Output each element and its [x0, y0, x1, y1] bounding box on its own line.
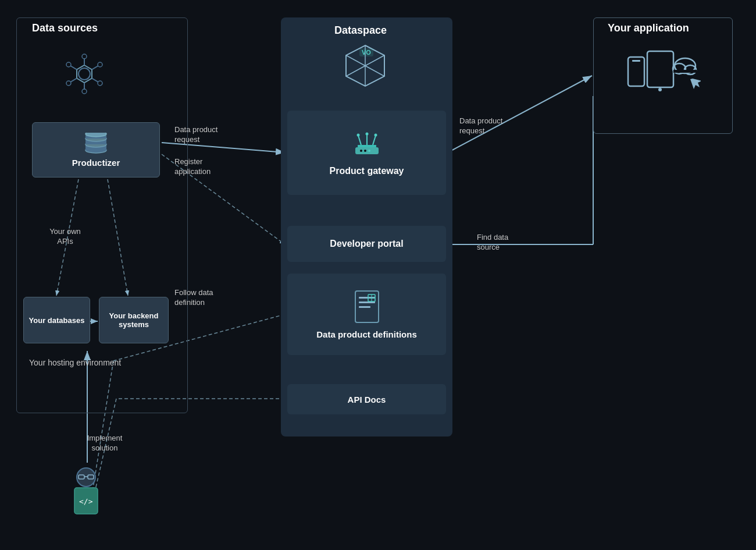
svg-point-49	[374, 133, 377, 136]
svg-rect-67	[673, 70, 697, 73]
vo-badge: VO	[359, 48, 373, 56]
svg-rect-56	[359, 306, 370, 308]
api-docs-card: API Docs	[287, 384, 446, 414]
svg-text:</>: </>	[79, 497, 93, 506]
svg-point-50	[360, 150, 362, 152]
svg-point-37	[85, 133, 106, 137]
svg-rect-42	[355, 147, 379, 154]
svg-point-69	[77, 468, 95, 487]
dataspace-cube-icon	[339, 40, 391, 92]
follow-data-definition-label: Follow data definition	[174, 288, 213, 308]
data-product-request-2-label: Data product request	[459, 116, 502, 136]
dataspace-label: Dataspace	[334, 24, 387, 37]
svg-rect-43	[358, 145, 376, 147]
svg-rect-62	[647, 51, 673, 87]
product-gateway-label: Product gateway	[329, 166, 404, 176]
data-product-definitions-label: Data product definitions	[316, 329, 417, 339]
backend-label: Your backend systems	[109, 311, 158, 329]
productizer-icon	[83, 133, 109, 158]
own-apis-label: Your own APIs	[42, 227, 88, 247]
api-docs-label: API Docs	[348, 395, 386, 404]
svg-line-25	[70, 66, 77, 70]
find-data-source-label: Find data source	[477, 233, 508, 253]
register-application-label: Register application	[174, 157, 211, 177]
data-product-definitions-card: Data product definitions	[287, 274, 446, 355]
hosting-label: Your hosting environment	[29, 358, 121, 367]
app-icons	[625, 45, 701, 104]
svg-line-13	[448, 76, 592, 152]
developer-portal-card: Developer portal	[287, 226, 446, 262]
diagram-container: Data sources	[0, 0, 756, 550]
implement-solution-label: Implement solution	[76, 434, 134, 453]
svg-point-24	[98, 62, 102, 67]
svg-point-22	[82, 89, 87, 94]
svg-line-44	[358, 136, 361, 145]
svg-line-29	[70, 79, 77, 83]
svg-rect-61	[632, 60, 640, 62]
svg-point-47	[365, 132, 368, 135]
your-application-label: Your application	[608, 22, 689, 34]
svg-point-30	[66, 81, 71, 86]
your-application-box	[593, 17, 733, 134]
svg-point-28	[98, 81, 102, 86]
svg-point-51	[364, 150, 366, 152]
databases-box: Your databases	[23, 297, 90, 343]
svg-point-20	[82, 54, 87, 59]
svg-line-48	[373, 136, 376, 145]
svg-point-45	[356, 133, 359, 136]
svg-point-63	[658, 88, 662, 91]
data-product-request-1-label: Data product request	[174, 125, 217, 145]
databases-label: Your databases	[29, 316, 85, 325]
productizer-box: Productizer	[32, 122, 160, 178]
productizer-label: Productizer	[72, 158, 120, 168]
hex-snowflake-icon	[52, 42, 116, 115]
backend-box: Your backend systems	[99, 297, 169, 343]
developer-figure: </>	[63, 464, 109, 523]
product-gateway-icon	[350, 130, 384, 161]
definitions-icon	[352, 290, 382, 329]
data-sources-label: Data sources	[32, 22, 98, 34]
svg-line-23	[92, 66, 98, 70]
svg-point-52	[368, 150, 370, 152]
product-gateway-card: Product gateway	[287, 111, 446, 195]
svg-marker-68	[690, 79, 701, 89]
svg-point-26	[66, 62, 71, 67]
svg-line-27	[92, 79, 98, 83]
svg-point-17	[79, 68, 90, 80]
developer-portal-label: Developer portal	[330, 239, 403, 249]
